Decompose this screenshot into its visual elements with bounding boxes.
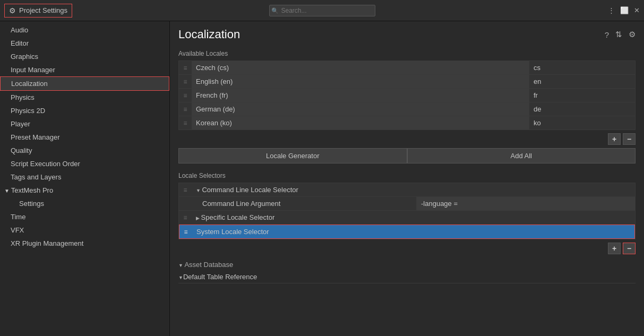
sidebar-item-label: Graphics [11,53,38,61]
selector-row-system-locale[interactable]: ≡ System Locale Selector [179,225,635,239]
gear-icon[interactable]: ⚙ [629,30,636,39]
sidebar-item-tags-and-layers[interactable]: Tags and Layers [0,170,169,184]
title-search-area [269,5,375,16]
locale-code-german: de [529,102,635,116]
sidebar-item-xr-plugin-management[interactable]: XR Plugin Management [0,237,169,250]
locale-code-korean: ko [529,116,635,130]
locale-code-french: fr [529,89,635,102]
add-all-button[interactable]: Add All [407,148,636,163]
sidebar-item-textmesh-pro[interactable]: TextMesh Pro [0,184,169,197]
locale-row-french: ≡ French (fr) fr [179,89,635,102]
locale-table: ≡ Czech (cs) cs ≡ English (en) en ≡ Fren… [178,61,636,130]
search-input[interactable] [269,5,375,16]
available-locales-section: Available Locales ≡ Czech (cs) cs ≡ Engl… [178,50,636,163]
asset-database-section: Asset Database Default Table Reference [178,261,636,283]
sidebar-item-label: Tags and Layers [11,173,61,181]
maximize-icon[interactable]: ⬜ [620,6,629,14]
command-line-selector-label: Command Line Locale Selector [192,183,635,196]
arrow-triangle-down-icon [178,261,184,269]
sidebar-item-label: Physics 2D [11,107,45,115]
page-title: Localization [178,28,240,41]
sidebar-item-script-execution-order[interactable]: Script Execution Order [0,157,169,170]
sidebar-item-preset-manager[interactable]: Preset Manager [0,131,169,144]
selector-row-command-line: ≡ Command Line Locale Selector [179,183,635,197]
sidebar-item-graphics[interactable]: Graphics [0,50,169,63]
locale-name-czech: Czech (cs) [192,61,529,74]
asset-row-default-table: Default Table Reference [178,271,636,283]
window-controls: ⋮ ⬜ ✕ [608,6,640,14]
add-locale-button[interactable]: + [608,133,621,145]
locale-name-english: English (en) [192,75,529,88]
locale-row-czech: ≡ Czech (cs) cs [179,61,635,75]
arrow-triangle-down-icon [196,186,202,194]
more-icon[interactable]: ⋮ [608,6,615,14]
system-locale-selector-label: System Locale Selector [192,225,634,238]
content-area: Localization ? ⇅ ⚙ Available Locales ≡ C… [170,21,644,336]
selector-row-specific-locale: ≡ Specific Locale Selector [179,211,635,225]
locale-selectors-section: Locale Selectors ≡ Command Line Locale S… [178,172,636,254]
sidebar-item-physics[interactable]: Physics [0,91,169,104]
sidebar-item-player[interactable]: Player [0,117,169,131]
locale-add-remove-row: + − [178,133,636,145]
sidebar-item-label: TextMesh Pro [11,186,53,194]
title-bar: ⚙ Project Settings ⋮ ⬜ ✕ [0,0,644,21]
command-line-arg-value[interactable]: -language = [416,197,635,210]
drag-handle[interactable]: ≡ [179,64,192,72]
window-title: Project Settings [19,6,67,14]
sidebar-item-label: Preset Manager [11,133,60,141]
sidebar-item-label: Time [11,213,25,221]
add-selector-button[interactable]: + [608,243,621,254]
locale-row-german: ≡ German (de) de [179,102,635,116]
sidebar-item-label: Editor [11,39,29,47]
remove-locale-button[interactable]: − [623,133,636,145]
sidebar-item-time[interactable]: Time [0,210,169,223]
sidebar-item-label: Localization [11,80,48,88]
selector-row-command-line-arg: Command Line Argument -language = [179,197,635,211]
header-icons: ? ⇅ ⚙ [605,30,636,39]
locale-name-german: German (de) [192,102,529,116]
sidebar-item-audio[interactable]: Audio [0,23,169,37]
title-bar-title-box: ⚙ Project Settings [4,4,72,18]
sidebar-item-quality[interactable]: Quality [0,144,169,157]
sidebar-item-localization[interactable]: Localization [0,76,169,91]
drag-handle[interactable]: ≡ [179,78,192,85]
sidebar-item-label: Script Execution Order [11,160,80,168]
available-locales-label: Available Locales [178,50,636,57]
layout-icon[interactable]: ⇅ [615,30,622,39]
locale-action-buttons: Locale Generator Add All [178,148,636,163]
close-icon[interactable]: ✕ [634,6,640,14]
sidebar-item-label: VFX [11,226,24,234]
selector-add-remove-row: + − [178,243,636,254]
locale-name-korean: Korean (ko) [192,116,529,130]
sidebar-item-label: XR Plugin Management [11,239,83,247]
drag-handle[interactable]: ≡ [179,106,192,113]
sidebar-item-label: Settings [19,200,44,208]
locale-selectors-label: Locale Selectors [178,172,636,179]
sidebar-item-label: Input Manager [11,66,55,74]
drag-handle[interactable]: ≡ [179,119,192,127]
sidebar-item-settings[interactable]: Settings [0,197,169,210]
drag-handle[interactable]: ≡ [179,92,192,99]
sidebar-item-editor[interactable]: Editor [0,37,169,50]
main-layout: Audio Editor Graphics Input Manager Loca… [0,21,644,336]
specific-locale-selector-label: Specific Locale Selector [192,211,635,224]
sidebar-item-physics2d[interactable]: Physics 2D [0,104,169,117]
sidebar: Audio Editor Graphics Input Manager Loca… [0,21,170,336]
drag-handle[interactable]: ≡ [179,186,192,194]
sidebar-item-vfx[interactable]: VFX [0,223,169,237]
sidebar-item-label: Quality [11,147,32,154]
arrow-triangle-down-icon [178,273,183,281]
arrow-triangle-right-icon [196,213,201,221]
gear-icon: ⚙ [9,6,16,15]
drag-handle[interactable]: ≡ [179,228,192,236]
content-header: Localization ? ⇅ ⚙ [178,28,636,41]
selector-table: ≡ Command Line Locale Selector Command L… [178,183,636,239]
sidebar-item-input-manager[interactable]: Input Manager [0,63,169,76]
locale-name-french: French (fr) [192,89,529,102]
drag-handle[interactable]: ≡ [179,214,192,221]
sidebar-item-label: Physics [11,93,35,101]
locale-generator-button[interactable]: Locale Generator [178,148,407,163]
asset-database-label: Asset Database [178,261,636,269]
help-icon[interactable]: ? [605,30,609,39]
remove-selector-button[interactable]: − [623,243,636,254]
